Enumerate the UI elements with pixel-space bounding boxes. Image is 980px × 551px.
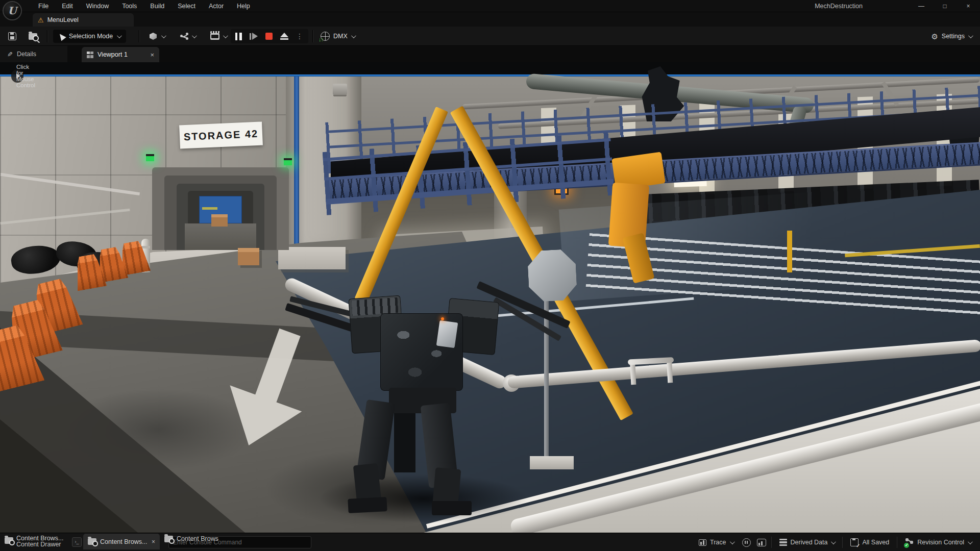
derived-data-dropdown[interactable]: Derived Data <box>774 539 841 546</box>
chevron-down-icon <box>968 33 973 38</box>
title-bar: File Edit Window Tools Build Select Acto… <box>0 0 980 12</box>
profiler-icon <box>757 539 766 546</box>
gear-icon: ⚙ <box>931 33 938 40</box>
dmx-dropdown[interactable]: ↓↑ DMX <box>316 30 359 43</box>
toolbar-separator <box>47 30 47 42</box>
menu-edit[interactable]: Edit <box>55 0 80 12</box>
close-tab-icon[interactable]: × <box>150 51 154 59</box>
browse-content-button[interactable] <box>27 31 39 42</box>
panel-tab-row: ✎ Details Viewport 1 × <box>0 46 980 62</box>
pipe-crossover <box>630 356 677 385</box>
selection-mode-dropdown[interactable]: Selection Mode <box>53 30 126 43</box>
trace-dropdown[interactable]: Trace <box>693 539 739 546</box>
insights-icon <box>742 538 751 547</box>
chevron-down-icon <box>831 539 836 544</box>
stop-icon <box>265 33 273 40</box>
chevron-down-icon <box>161 33 166 38</box>
all-saved-icon <box>850 538 859 546</box>
save-icon <box>8 32 16 40</box>
derived-data-label: Derived Data <box>791 539 828 546</box>
status-bar: Content Brows... Content Drawer ›_ Conte… <box>0 533 980 551</box>
corridor-doorway <box>152 167 289 250</box>
add-actor-icon: + <box>150 33 157 40</box>
toolbar-separator <box>139 30 139 42</box>
content-browser-tab-3-label: Content Brows <box>177 535 218 542</box>
menu-tools[interactable]: Tools <box>115 0 143 12</box>
storage-sign-text: STORAGE 42 <box>183 128 258 142</box>
chevron-down-icon <box>192 33 197 38</box>
menu-build[interactable]: Build <box>143 0 171 12</box>
mouse-control-hint[interactable]: Click for Mouse Control <box>11 69 23 83</box>
scene-ceiling <box>0 62 980 76</box>
menu-actor[interactable]: Actor <box>202 0 230 12</box>
add-actor-dropdown[interactable]: + <box>147 31 167 42</box>
content-browser-icon <box>164 536 173 542</box>
details-tab-label: Details <box>17 51 36 58</box>
blueprints-icon <box>180 33 188 40</box>
content-browser-icon <box>5 537 13 544</box>
minimize-button[interactable]: — <box>910 0 933 12</box>
all-saved-label: All Saved <box>862 539 889 546</box>
unreal-logo-icon[interactable]: U <box>3 1 22 20</box>
cinematics-dropdown[interactable] <box>207 31 230 42</box>
maximize-button[interactable]: □ <box>933 0 957 12</box>
warning-icon: ⚠ <box>38 17 44 23</box>
play-controls: ⋮ <box>231 29 308 43</box>
menu-help[interactable]: Help <box>230 0 257 12</box>
frame-skip-button[interactable] <box>246 29 261 43</box>
profiler-button[interactable] <box>754 539 769 546</box>
output-log-icon[interactable]: ›_ <box>72 537 82 547</box>
menu-window[interactable]: Window <box>80 0 115 12</box>
menu-file[interactable]: File <box>32 0 55 12</box>
revision-control-dropdown[interactable]: ✓ Revision Control <box>899 538 977 546</box>
browse-content-icon <box>29 33 37 40</box>
main-toolbar: Selection Mode + ⋮ ↓↑ DMX <box>0 27 980 46</box>
settings-label: Settings <box>942 33 965 40</box>
pause-icon <box>235 33 242 40</box>
menu-select[interactable]: Select <box>171 0 202 12</box>
security-camera <box>333 84 347 95</box>
close-button[interactable]: × <box>957 0 980 12</box>
details-icon: ✎ <box>7 51 13 58</box>
save-button[interactable] <box>6 31 18 42</box>
all-saved-button[interactable]: All Saved <box>845 538 895 546</box>
content-drawer-button[interactable]: Content Drawer <box>16 541 61 548</box>
cursor-icon <box>57 32 66 41</box>
frame-skip-icon <box>250 33 258 40</box>
project-title: MechDestruction <box>815 0 863 12</box>
green-light <box>284 158 292 165</box>
insights-button[interactable] <box>739 538 754 547</box>
level-tab-label: MenuLevel <box>47 16 79 23</box>
mouse-control-hint-text: Click for Mouse Control <box>16 64 35 88</box>
storage-sign: STORAGE 42 <box>179 121 263 148</box>
revision-control-icon: ✓ <box>905 538 914 546</box>
close-tab-icon[interactable]: × <box>152 538 155 545</box>
pause-button[interactable] <box>231 29 246 43</box>
revision-control-label: Revision Control <box>917 539 964 546</box>
window-controls: — □ × <box>910 0 980 12</box>
eject-button[interactable] <box>277 29 292 43</box>
content-browser-icon <box>88 538 96 545</box>
settings-dropdown[interactable]: ⚙ Settings <box>931 30 972 43</box>
play-options-button[interactable]: ⋮ <box>292 29 307 43</box>
selection-mode-label: Selection Mode <box>69 33 113 40</box>
viewport-3d-scene[interactable]: STORAGE 42 <box>0 62 980 533</box>
eject-icon <box>280 33 288 40</box>
tab-details[interactable]: ✎ Details <box>0 46 67 62</box>
chevron-down-icon <box>223 33 228 38</box>
cardboard-box <box>238 248 259 265</box>
tab-viewport[interactable]: Viewport 1 × <box>82 47 159 62</box>
content-browser-tab-3[interactable]: Content Brows <box>164 535 218 542</box>
toolbar-separator <box>312 30 313 42</box>
status-bar-right: Trace Derived Data All Saved ✓ <box>693 533 977 551</box>
stop-button[interactable] <box>261 29 277 43</box>
main-menu: File Edit Window Tools Build Select Acto… <box>32 0 257 12</box>
chevron-down-icon <box>729 539 734 544</box>
blueprints-dropdown[interactable] <box>178 31 198 42</box>
ellipsis-icon: ⋮ <box>296 32 303 40</box>
chevron-down-icon <box>968 539 973 544</box>
asset-tab-row: ⚠ MenuLevel <box>0 12 980 27</box>
chevron-down-icon <box>351 33 356 38</box>
content-browser-tab-2[interactable]: Content Brows... × <box>83 534 160 549</box>
level-tab[interactable]: ⚠ MenuLevel <box>33 13 134 27</box>
